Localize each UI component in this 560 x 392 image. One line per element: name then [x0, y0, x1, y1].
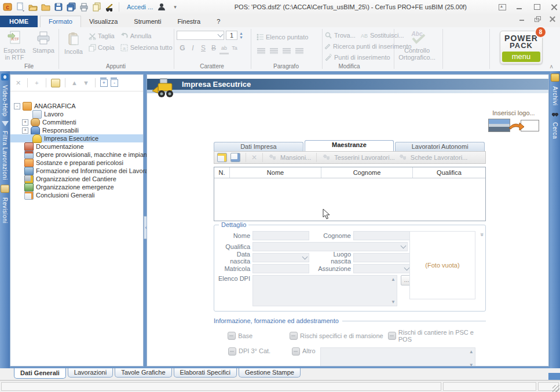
mansioni-button[interactable]: Mansioni...	[280, 154, 311, 161]
open-folder-icon[interactable]	[28, 2, 38, 12]
rischi-cantiere-checkbox[interactable]	[388, 332, 396, 340]
bold-button[interactable]: G	[178, 43, 187, 53]
maximize-button[interactable]	[533, 3, 540, 10]
tab-formato[interactable]: Formato	[40, 16, 81, 27]
font-size-spinner[interactable]: ▲▼	[239, 31, 243, 39]
folder-icon[interactable]	[1, 185, 9, 193]
italic-button[interactable]: I	[188, 43, 197, 53]
move-down-icon[interactable]: ▼	[82, 79, 90, 87]
tree-node-organizzazione-emergenze[interactable]: Organizzazione emergenze	[10, 183, 143, 191]
print-preview-icon[interactable]	[79, 2, 89, 12]
powerpack-menu-button[interactable]: 8 POWER PACK menu	[500, 31, 543, 64]
incolla-button[interactable]: Incolla	[59, 28, 88, 55]
underline-button[interactable]: S	[199, 43, 208, 53]
tree-node-anagrafica[interactable]: - ANAGRAFICA	[10, 102, 143, 110]
resize-grip[interactable]	[552, 385, 559, 392]
matricola-field[interactable]	[252, 264, 309, 273]
tab-gestione-stampe[interactable]: Gestione Stampe	[239, 368, 301, 378]
align-left-icon[interactable]	[257, 48, 265, 54]
workers-table[interactable]: N. Nome Cognome Qualifica	[214, 167, 486, 221]
tree-node-responsabili[interactable]: + Responsabili	[10, 126, 143, 134]
tree-node-committenti[interactable]: + Committenti	[10, 118, 143, 126]
save-icon[interactable]	[53, 2, 64, 12]
logo-widget[interactable]: Inserisci logo...	[487, 109, 540, 132]
tesserini-button[interactable]: Tesserini Lavoratori...	[334, 154, 395, 161]
seleziona-tutto-button[interactable]: a Seleziona tutto	[120, 42, 173, 53]
tab-strumenti[interactable]: Strumenti	[126, 16, 169, 27]
col-cognome[interactable]: Cognome	[321, 167, 413, 178]
photo-box[interactable]: (Foto vuota)	[409, 231, 475, 299]
move-up-icon[interactable]: ▲	[70, 79, 79, 87]
base-checkbox[interactable]	[228, 332, 236, 340]
sidebar-item-video-help[interactable]: Video-Help	[2, 85, 8, 116]
sidebar-item-cerca[interactable]: Cerca	[552, 122, 558, 139]
tab-maestranze[interactable]: Maestranze	[305, 140, 394, 151]
sidebar-item-revisioni[interactable]: Revisioni	[2, 197, 8, 224]
col-qualifica[interactable]: Qualifica	[413, 167, 485, 178]
archive-icon[interactable]	[551, 74, 559, 82]
user-icon[interactable]	[158, 3, 166, 10]
tab-help[interactable]: ?	[208, 16, 228, 27]
delete-node-icon[interactable]: ✕	[14, 79, 23, 87]
tab-dati-impresa[interactable]: Dati Impresa	[214, 142, 303, 151]
nome-field[interactable]	[252, 231, 309, 240]
spinner-down-icon[interactable]: ▼	[239, 35, 243, 39]
annulla-button[interactable]: Annulla	[120, 31, 152, 41]
tab-home[interactable]: HOME	[0, 16, 38, 27]
delete-item-icon[interactable]: ✕	[251, 153, 257, 162]
binoculars-icon[interactable]	[551, 111, 559, 118]
luogo-nascita-field[interactable]	[353, 253, 411, 262]
col-n[interactable]: N.	[214, 167, 230, 178]
expand-box-icon[interactable]: +	[22, 119, 28, 126]
pin-window-icon[interactable]	[499, 3, 506, 10]
doc-restore-icon[interactable]	[535, 16, 540, 22]
schede-button[interactable]: Schede Lavoratori...	[411, 154, 467, 161]
tab-tavole-grafiche[interactable]: Tavole Grafiche	[115, 368, 171, 378]
doc-close-icon[interactable]	[550, 16, 555, 22]
altro-checkbox[interactable]	[292, 347, 300, 356]
data-nascita-combo[interactable]	[252, 253, 309, 262]
accedi-link[interactable]: Accedi ...	[127, 3, 153, 10]
tree-node-lavoro[interactable]: Lavoro	[10, 110, 143, 118]
ricerca-punti-button[interactable]: Ricerca punti di inserimento	[324, 41, 393, 52]
trova-button[interactable]: Trova...	[324, 30, 356, 41]
tab-lavorazioni[interactable]: Lavorazioni	[68, 368, 113, 378]
copia-button[interactable]: Copia	[88, 42, 115, 53]
sidebar-item-filtra-lavorazioni[interactable]: Filtra Lavorazioni	[2, 131, 8, 180]
tab-visualizza[interactable]: Visualizza	[81, 16, 126, 27]
scroll-down-icon[interactable]: ▼	[391, 299, 396, 305]
tree-node-opere[interactable]: Opere provvisionali, macchine e impianti	[10, 151, 143, 159]
stampa-button[interactable]: Stampa	[29, 27, 58, 61]
collapse-all-icon[interactable]: -	[111, 79, 118, 87]
double-chevron-icon[interactable]: »	[479, 233, 486, 236]
tree-node-organizzazione-cantiere[interactable]: Organizzazione del Cantiere	[10, 175, 143, 183]
scroll-up-icon[interactable]: ▲	[391, 277, 396, 282]
expand-all-icon[interactable]: +	[100, 79, 108, 87]
scroll-down-icon[interactable]: ▼	[469, 362, 474, 367]
ribbon-collapse-icon[interactable]: ˄	[550, 64, 553, 70]
tree-node-formazione[interactable]: Formazione ed Informazione dei Lavorator…	[10, 167, 143, 175]
elenco-dpi-textarea[interactable]: ▲ ▼	[252, 275, 397, 306]
tab-dati-generali[interactable]: Dati Generali	[14, 368, 66, 379]
spinner-up-icon[interactable]: ▲	[239, 31, 243, 35]
add-node-icon[interactable]: +	[32, 79, 41, 87]
filter-icon[interactable]	[2, 121, 9, 126]
font-name-combo[interactable]	[177, 31, 224, 40]
minimize-button[interactable]	[516, 3, 523, 10]
save-all-icon[interactable]	[66, 2, 76, 12]
esporta-rtf-button[interactable]: RTF Esporta in RTF	[0, 27, 29, 61]
altro-textarea[interactable]: ▲ ▼	[320, 347, 475, 367]
copy-document-icon[interactable]	[91, 2, 102, 12]
scroll-up-icon[interactable]: ▲	[469, 349, 474, 354]
doc-minimize-icon[interactable]	[519, 16, 525, 22]
punti-inserimento-button[interactable]: Punti di inserimento	[324, 52, 393, 63]
sidebar-item-archivi[interactable]: Archivi	[552, 86, 558, 106]
close-folder-icon[interactable]	[41, 2, 51, 12]
quick-access-caret-icon[interactable]: ▾	[174, 4, 177, 10]
new-item-icon[interactable]	[217, 153, 227, 162]
qualifica-combo[interactable]	[252, 242, 408, 251]
tree-node-impresa-esecutrice[interactable]: Impresa Esecutrice	[10, 134, 143, 142]
col-nome[interactable]: Nome	[230, 167, 321, 178]
crane-icon[interactable]	[104, 2, 115, 12]
expand-box-icon[interactable]: +	[22, 127, 28, 134]
